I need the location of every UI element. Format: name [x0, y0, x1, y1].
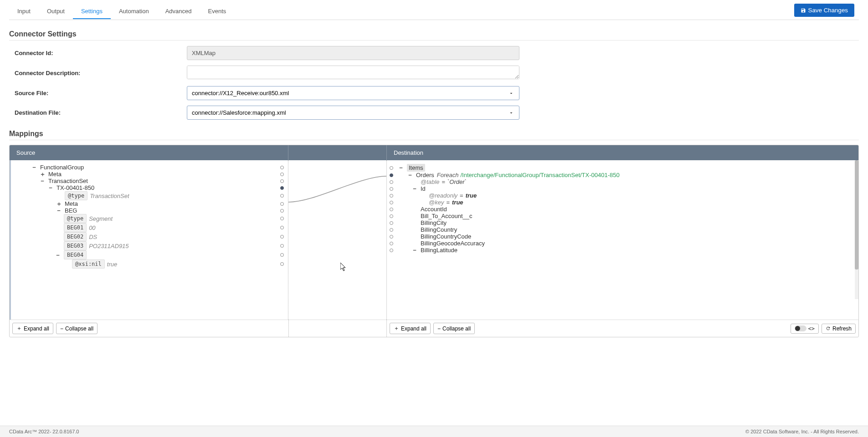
- node-port[interactable]: [280, 166, 284, 169]
- dest-collapse-all-button[interactable]: − Collapse all: [433, 323, 475, 334]
- tree-node-tx[interactable]: TX-00401-850: [56, 184, 94, 191]
- node-port[interactable]: [390, 214, 393, 218]
- node-port[interactable]: [390, 249, 393, 252]
- save-icon: [801, 8, 806, 13]
- node-port[interactable]: [280, 173, 284, 176]
- tree-attr-readonly[interactable]: @readonly: [429, 192, 457, 199]
- save-changes-button[interactable]: Save Changes: [794, 4, 854, 17]
- collapse-icon[interactable]: −: [411, 186, 418, 192]
- source-file-select[interactable]: [187, 86, 519, 100]
- connector-id-input[interactable]: [187, 46, 519, 60]
- src-expand-all-button[interactable]: ＋ Expand all: [12, 323, 53, 334]
- node-port-connected[interactable]: [390, 173, 393, 177]
- tree-node-billto[interactable]: Bill_To_Account__c: [421, 213, 472, 219]
- collapse-icon[interactable]: −: [39, 178, 46, 184]
- tab-automation[interactable]: Automation: [111, 4, 157, 19]
- node-port[interactable]: [390, 235, 393, 239]
- node-port[interactable]: [390, 201, 393, 204]
- plus-icon: ＋: [16, 325, 22, 332]
- node-port[interactable]: [390, 242, 393, 245]
- tree-node-orders[interactable]: Orders: [416, 172, 434, 178]
- collapse-icon[interactable]: −: [411, 247, 418, 254]
- tree-node-beg04[interactable]: BEG04: [64, 250, 87, 259]
- plus-icon: ＋: [394, 325, 399, 332]
- node-port[interactable]: [280, 179, 284, 183]
- node-port[interactable]: [390, 180, 393, 184]
- tab-events[interactable]: Events: [200, 4, 235, 19]
- tree-node-billingcountrycode[interactable]: BillingCountryCode: [421, 233, 471, 240]
- tree-node-meta[interactable]: Meta: [48, 171, 62, 178]
- source-file-label: Source File:: [9, 90, 187, 97]
- tree-node-billingcity[interactable]: BillingCity: [421, 219, 447, 226]
- tree-node-billinglat[interactable]: BillingLatitude: [421, 247, 457, 254]
- node-port[interactable]: [390, 194, 393, 198]
- source-tree[interactable]: − FunctionalGroup ＋ Meta − Transaction: [10, 160, 288, 320]
- expand-icon[interactable]: ＋: [39, 171, 46, 178]
- tree-node-beg[interactable]: BEG: [65, 207, 77, 214]
- connection-line: [288, 160, 386, 320]
- tree-node-accountid[interactable]: AccountId: [421, 206, 447, 213]
- src-collapse-all-button[interactable]: − Collapse all: [56, 323, 98, 334]
- node-port[interactable]: [280, 194, 284, 198]
- node-port-connected[interactable]: [280, 186, 284, 190]
- collapse-icon[interactable]: −: [398, 165, 404, 171]
- collapse-icon[interactable]: −: [47, 185, 54, 191]
- tree-attr-xsinil[interactable]: @xsi:nil: [72, 259, 105, 269]
- tab-advanced[interactable]: Advanced: [157, 4, 200, 19]
- expand-icon[interactable]: ＋: [56, 201, 62, 207]
- tree-value: PO2311AD915: [89, 243, 128, 249]
- node-port[interactable]: [280, 244, 284, 248]
- node-port[interactable]: [280, 209, 284, 213]
- collapse-all-label: Collapse all: [442, 325, 471, 332]
- tree-node-beg02[interactable]: BEG02: [64, 232, 87, 241]
- tree-value: TransactionSet: [90, 193, 129, 199]
- tree-node-billingcountry[interactable]: BillingCountry: [421, 226, 457, 233]
- tree-node-billinggeo[interactable]: BillingGeocodeAccuracy: [421, 240, 485, 247]
- connector-id-label: Connector Id:: [9, 50, 187, 56]
- tree-attr-table[interactable]: @table: [421, 178, 439, 185]
- scrollbar[interactable]: [855, 160, 858, 299]
- tree-node-transactionset[interactable]: TransactionSet: [48, 178, 88, 184]
- mappings-title: Mappings: [9, 130, 859, 140]
- tree-node-items[interactable]: Items: [407, 164, 425, 172]
- tree-attr-type[interactable]: @type: [64, 214, 87, 223]
- node-port[interactable]: [390, 221, 393, 225]
- node-port[interactable]: [280, 226, 284, 229]
- destination-header: Destination: [387, 145, 858, 160]
- node-port[interactable]: [280, 202, 284, 206]
- tree-node-beg03[interactable]: BEG03: [64, 241, 87, 250]
- tree-node-meta2[interactable]: Meta: [65, 200, 78, 207]
- tree-node-functionalgroup[interactable]: FunctionalGroup: [40, 164, 84, 171]
- refresh-button[interactable]: Refresh: [822, 324, 856, 334]
- tree-node-id[interactable]: Id: [421, 185, 426, 192]
- tree-attr-type[interactable]: @type: [65, 191, 87, 200]
- node-port[interactable]: [280, 217, 284, 220]
- tab-output[interactable]: Output: [39, 4, 73, 19]
- node-port[interactable]: [390, 166, 393, 170]
- dest-expand-all-button[interactable]: ＋ Expand all: [390, 323, 431, 334]
- tree-attr-key[interactable]: @key: [429, 199, 444, 206]
- scrollbar-thumb[interactable]: [855, 160, 858, 269]
- tab-settings[interactable]: Settings: [73, 4, 111, 19]
- connection-canvas[interactable]: [288, 160, 387, 320]
- collapse-icon[interactable]: −: [31, 164, 37, 171]
- toggle-view-button[interactable]: <>: [791, 324, 819, 334]
- save-label: Save Changes: [808, 7, 848, 14]
- collapse-icon[interactable]: −: [407, 172, 413, 178]
- node-port[interactable]: [280, 262, 284, 266]
- collapse-icon[interactable]: −: [56, 208, 62, 214]
- connector-desc-input[interactable]: [187, 66, 519, 79]
- dest-file-select[interactable]: [187, 106, 519, 120]
- collapse-icon[interactable]: −: [55, 252, 61, 258]
- tree-value: true: [107, 261, 117, 268]
- node-port[interactable]: [280, 235, 284, 239]
- node-port[interactable]: [390, 228, 393, 232]
- node-port[interactable]: [390, 187, 393, 191]
- tree-node-beg01[interactable]: BEG01: [64, 223, 87, 232]
- node-port[interactable]: [280, 253, 284, 257]
- tab-input[interactable]: Input: [9, 4, 39, 19]
- equals-label: =: [442, 178, 445, 185]
- toggle-icon: [795, 325, 806, 331]
- destination-tree[interactable]: − Items − Orders Foreach /Interchange/Fu…: [387, 160, 858, 320]
- node-port[interactable]: [390, 208, 393, 211]
